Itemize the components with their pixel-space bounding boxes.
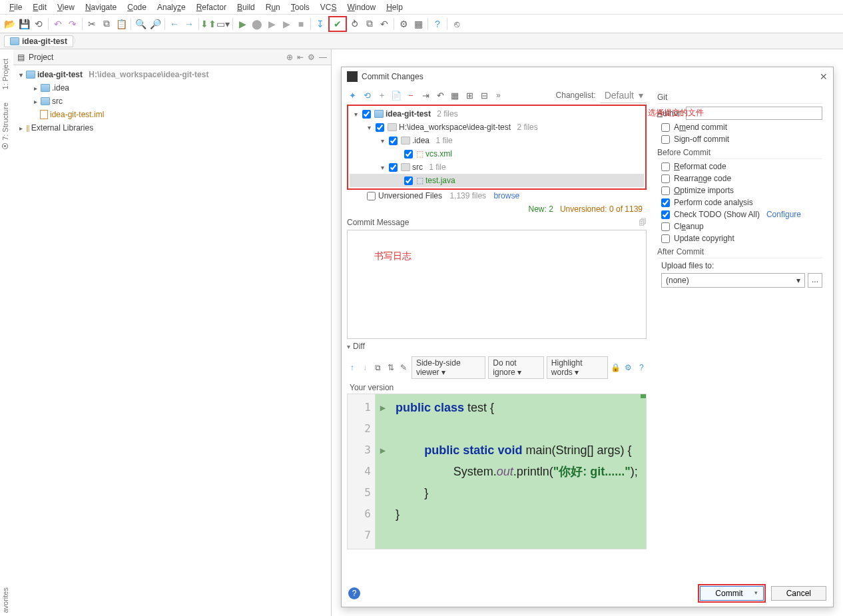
menu-refactor[interactable]: Refactor [191, 1, 232, 13]
save-icon[interactable]: 💾 [17, 17, 31, 31]
tree-iml[interactable]: idea-git-test.iml [13, 108, 331, 121]
scrollbar[interactable] [638, 394, 646, 549]
commit-message-input[interactable]: 书写日志 [347, 230, 647, 339]
compare-icon[interactable]: ⧉ [373, 363, 383, 372]
copy-icon[interactable]: ⧉ [100, 17, 113, 31]
tab-structure[interactable]: ⦿ 7: Structure [0, 99, 13, 154]
signoff-checkbox[interactable] [661, 135, 670, 144]
next-diff-icon[interactable]: ↓ [360, 363, 370, 372]
gear-icon[interactable]: ⚙ [308, 53, 315, 62]
tab-project[interactable]: 1: Project [0, 55, 13, 93]
debug-icon[interactable]: ⬤ [250, 17, 264, 31]
tree-root[interactable]: ▾ idea-git-test H:\idea_workspace\idea-g… [13, 68, 331, 81]
close-icon[interactable]: ✕ [820, 71, 828, 82]
checkbox[interactable] [376, 123, 384, 132]
open-icon[interactable]: 📂 [3, 17, 16, 31]
breadcrumb-project[interactable]: idea-git-test [4, 35, 73, 47]
back-icon[interactable]: ← [168, 17, 181, 31]
menu-window[interactable]: Window [342, 1, 381, 13]
replace-icon[interactable]: 🔎 [148, 17, 162, 31]
chevron-down-icon[interactable]: ▾ [17, 71, 24, 79]
edit-icon[interactable]: ✎ [399, 363, 409, 372]
chevron-down-icon[interactable]: ▾ [352, 111, 359, 118]
reformat-checkbox[interactable] [661, 162, 670, 171]
remove-icon[interactable]: − [406, 90, 416, 101]
ct-workspace[interactable]: ▾ H:\idea_workspace\idea-git-test 2 file… [350, 121, 644, 134]
optimize-checkbox[interactable] [661, 186, 670, 195]
chevron-right-icon[interactable]: ▸ [32, 85, 39, 92]
coverage-icon[interactable]: ▶ [265, 17, 278, 31]
menu-code[interactable]: Code [122, 1, 152, 13]
rearrange-checkbox[interactable] [661, 174, 670, 183]
ct-test-java[interactable]: ⬚ test.java [350, 174, 644, 187]
ct-vcs-xml[interactable]: ⬚ vcs.xml [350, 147, 644, 160]
find-icon[interactable]: 🔍 [134, 17, 147, 31]
collapse-icon[interactable]: ⇤ [297, 53, 304, 62]
vcs-history-icon[interactable]: ⥁ [348, 17, 362, 31]
help-icon[interactable]: ? [637, 363, 647, 372]
menu-analyze[interactable]: Analyze [152, 1, 191, 13]
configure-link[interactable]: Configure [766, 210, 801, 219]
cut-icon[interactable]: ✂ [85, 17, 99, 31]
menu-view[interactable]: View [52, 1, 80, 13]
code-content[interactable]: public class test { public static void m… [390, 394, 638, 549]
checkbox[interactable] [404, 176, 413, 185]
profile-icon[interactable]: ▶ [280, 17, 293, 31]
paste-icon[interactable]: 📋 [115, 17, 128, 31]
vcs-update-icon[interactable]: ↧ [314, 17, 327, 31]
tab-favorites[interactable]: avorites [0, 585, 11, 616]
checkbox[interactable] [389, 163, 398, 172]
upload-more-button[interactable]: ... [808, 273, 822, 288]
highlight-dropdown[interactable]: Highlight words ▾ [547, 356, 608, 379]
amend-checkbox[interactable] [661, 123, 670, 132]
history-icon[interactable]: 🗐 [639, 218, 647, 227]
menu-build[interactable]: Build [232, 1, 260, 13]
menu-navigate[interactable]: Navigate [80, 1, 122, 13]
expand-icon[interactable]: ⊞ [464, 90, 475, 101]
help-icon[interactable]: ? [348, 587, 360, 599]
run-icon[interactable]: ▶ [236, 17, 249, 31]
chevron-right-icon[interactable]: ▸ [17, 125, 24, 132]
chevron-down-icon[interactable]: ▾ [379, 164, 386, 171]
tree-ext-lib[interactable]: ▸ External Libraries [13, 121, 331, 135]
chevron-right-icon[interactable]: ▸ [32, 98, 39, 105]
show-diff-icon[interactable]: ✦ [347, 90, 358, 101]
menu-file[interactable]: File [4, 1, 27, 13]
ct-src[interactable]: ▾ src 1 file [350, 160, 644, 174]
cancel-button[interactable]: Cancel [771, 586, 826, 601]
exit-icon[interactable]: ⎋ [450, 17, 463, 31]
author-input[interactable] [686, 107, 822, 120]
checkbox[interactable] [389, 137, 398, 145]
refresh-icon[interactable]: ⟲ [362, 90, 372, 101]
add-icon[interactable]: ＋ [376, 90, 387, 101]
menu-vcs[interactable]: VCS [315, 1, 342, 13]
stop-icon[interactable]: ■ [294, 17, 308, 31]
redo-icon[interactable]: ↷ [66, 17, 79, 31]
config-dd-icon[interactable]: ▭▾ [216, 17, 230, 31]
revert-icon[interactable]: ↶ [435, 90, 445, 101]
menu-help[interactable]: Help [381, 1, 408, 13]
cleanup-checkbox[interactable] [661, 222, 670, 231]
viewer-dropdown[interactable]: Side-by-side viewer ▾ [412, 356, 485, 379]
tree-idea[interactable]: ▸ .idea [13, 81, 331, 95]
vcs-diff-icon[interactable]: ⧉ [363, 17, 376, 31]
ct-idea[interactable]: ▾ .idea 1 file [350, 134, 644, 147]
move-icon[interactable]: ⇥ [420, 90, 431, 101]
todo-checkbox[interactable] [661, 210, 670, 219]
commit-button[interactable]: Commit [700, 586, 763, 601]
copyright-checkbox[interactable] [661, 234, 670, 243]
group-icon[interactable]: ▦ [449, 90, 460, 101]
chevron-down-icon[interactable]: ▾ [379, 137, 386, 145]
menu-edit[interactable]: Edit [27, 1, 52, 13]
analysis-checkbox[interactable] [661, 198, 670, 207]
structure-icon[interactable]: ▦ [412, 17, 425, 31]
ignore-dropdown[interactable]: Do not ignore ▾ [488, 356, 544, 379]
chevron-down-icon[interactable]: ▾ [366, 124, 372, 131]
checkbox[interactable] [362, 110, 371, 119]
gear-icon[interactable]: ⚙ [623, 363, 633, 372]
browse-link[interactable]: browse [493, 191, 519, 200]
new-changelist-icon[interactable]: 📄 [391, 90, 402, 101]
unversioned-row[interactable]: Unversioned Files 1,139 files browse [347, 190, 647, 203]
target-icon[interactable]: ⊕ [286, 53, 293, 62]
prev-diff-icon[interactable]: ↑ [347, 363, 357, 372]
